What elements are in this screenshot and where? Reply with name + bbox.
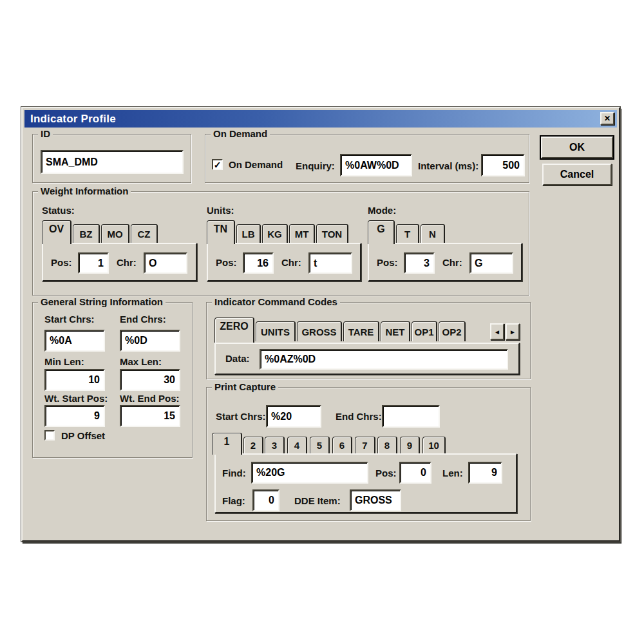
len-value: 9	[491, 467, 497, 478]
tab-label: T	[404, 229, 410, 240]
codes-tab-net[interactable]: NET	[381, 321, 410, 341]
status-chr-input[interactable]: O	[144, 252, 187, 274]
tab-label: 7	[362, 440, 367, 451]
max-len-value: 30	[164, 374, 175, 386]
interval-value: 500	[502, 160, 520, 171]
find-label: Find:	[222, 468, 246, 478]
codes-tab-scroll-right[interactable]: ►	[506, 323, 520, 340]
start-chrs-input[interactable]: %0A	[44, 330, 105, 352]
print-tab-8[interactable]: 8	[377, 437, 397, 453]
status-tab-ov[interactable]: OV	[42, 220, 71, 244]
tab-label: N	[429, 229, 436, 240]
print-tab-1[interactable]: 1	[212, 433, 242, 455]
print-start-chrs-input[interactable]: %20	[266, 405, 321, 428]
flag-label: Flag:	[222, 495, 245, 506]
enquiry-value: %0AW%0D	[345, 160, 399, 171]
units-tab-kg[interactable]: KG	[262, 224, 288, 243]
tab-label: TARE	[348, 327, 374, 337]
mode-tab-n[interactable]: N	[421, 224, 445, 243]
mode-tab-g[interactable]: G	[368, 220, 395, 244]
find-input[interactable]: %20G	[251, 462, 368, 484]
tab-label: 9	[407, 440, 412, 451]
units-tab-mt[interactable]: MT	[289, 224, 315, 243]
tab-label: 8	[384, 440, 390, 451]
enquiry-input[interactable]: %0AW%0D	[340, 154, 412, 176]
min-len-input[interactable]: 10	[44, 369, 105, 391]
print-tab-4[interactable]: 4	[287, 437, 307, 453]
on-demand-checkbox[interactable]: ✓	[212, 159, 223, 170]
codes-tab-scroll-left[interactable]: ◄	[490, 323, 504, 340]
on-demand-checkbox-label: On Demand	[229, 159, 283, 170]
print-end-chrs-input[interactable]	[382, 405, 440, 428]
print-start-chrs-label: Start Chrs:	[216, 411, 266, 422]
cancel-button[interactable]: Cancel	[542, 164, 612, 185]
on-demand-group-label: On Demand	[211, 128, 270, 139]
units-tab-tn[interactable]: TN	[207, 220, 235, 244]
id-group: ID SMA_DMD	[32, 134, 191, 183]
start-chrs-label: Start Chrs:	[44, 314, 95, 325]
dp-offset-checkbox[interactable]	[44, 430, 55, 440]
print-capture-label: Print Capture	[212, 381, 278, 392]
interval-input[interactable]: 500	[481, 154, 525, 176]
mode-pos-label: Pos:	[377, 257, 398, 268]
dp-offset-label: DP Offset	[61, 430, 105, 441]
codes-tab-zero[interactable]: ZERO	[214, 317, 254, 343]
wt-end-pos-input[interactable]: 15	[120, 405, 180, 427]
indicator-profile-dialog: Indicator Profile ✕ ID SMA_DMD On Demand…	[21, 107, 620, 542]
units-label: Units:	[207, 205, 234, 216]
units-chr-input[interactable]: t	[308, 252, 352, 274]
weight-information-group: Weight Information Status: OV BZ MO CZ P…	[32, 191, 529, 296]
codes-tab-op2[interactable]: OP2	[439, 321, 466, 341]
dde-item-input[interactable]: GROSS	[350, 489, 401, 511]
title-bar[interactable]: Indicator Profile ✕	[24, 110, 617, 128]
units-pos-input[interactable]: 16	[243, 252, 274, 274]
status-chr-label: Chr:	[117, 257, 137, 268]
status-tab-bz[interactable]: BZ	[73, 224, 100, 243]
cancel-button-label: Cancel	[560, 169, 594, 180]
print-end-chrs-label: End Chrs:	[336, 411, 382, 422]
enquiry-label: Enquiry:	[296, 160, 335, 171]
max-len-input[interactable]: 30	[120, 369, 180, 391]
ok-button[interactable]: OK	[541, 137, 613, 158]
tab-label: NET	[386, 327, 405, 337]
print-tab-5[interactable]: 5	[310, 437, 330, 453]
print-capture-group: Print Capture Start Chrs: %20 End Chrs: …	[206, 387, 531, 521]
print-tab-2[interactable]: 2	[243, 437, 263, 453]
end-chrs-input[interactable]: %0D	[120, 330, 180, 352]
codes-tab-tare[interactable]: TARE	[343, 321, 379, 341]
tab-label: 3	[272, 440, 277, 451]
print-tab-9[interactable]: 9	[400, 437, 420, 453]
mode-chr-value: G	[475, 258, 482, 269]
codes-tab-units[interactable]: UNITS	[256, 321, 296, 341]
mode-pos-input[interactable]: 3	[404, 252, 435, 274]
status-chr-value: O	[149, 258, 156, 269]
id-group-label: ID	[38, 128, 53, 139]
mode-tab-t[interactable]: T	[396, 224, 419, 243]
len-input[interactable]: 9	[468, 462, 502, 484]
print-tab-10[interactable]: 10	[422, 437, 446, 453]
data-input[interactable]: %0AZ%0D	[260, 349, 508, 370]
weight-information-label: Weight Information	[38, 185, 131, 196]
print-tab-3[interactable]: 3	[265, 437, 285, 453]
status-pos-input[interactable]: 1	[78, 252, 109, 274]
general-string-label: General String Information	[38, 296, 166, 307]
command-codes-group: Indicator Command Codes ZERO UNITS GROSS…	[206, 302, 531, 379]
status-tab-cz[interactable]: CZ	[131, 224, 158, 243]
tab-label: ZERO	[220, 321, 248, 332]
mode-chr-input[interactable]: G	[469, 252, 513, 274]
print-pos-input[interactable]: 0	[399, 462, 431, 484]
tab-label: KG	[267, 229, 282, 240]
close-button[interactable]: ✕	[600, 112, 614, 125]
tab-label: 4	[294, 440, 299, 451]
codes-tab-gross[interactable]: GROSS	[297, 321, 342, 341]
print-tab-7[interactable]: 7	[355, 437, 375, 453]
units-tab-ton[interactable]: TON	[316, 224, 348, 243]
print-tab-6[interactable]: 6	[332, 437, 352, 453]
wt-start-pos-input[interactable]: 9	[44, 405, 105, 427]
flag-input[interactable]: 0	[252, 489, 279, 511]
units-tab-lb[interactable]: LB	[236, 224, 261, 243]
codes-tab-op1[interactable]: OP1	[412, 321, 437, 341]
id-input[interactable]: SMA_DMD	[41, 150, 184, 174]
status-tab-mo[interactable]: MO	[101, 224, 129, 243]
print-tab-panel: Find: %20G Pos: 0 Len: 9 Flag: 0 DDE Ite…	[214, 453, 517, 513]
